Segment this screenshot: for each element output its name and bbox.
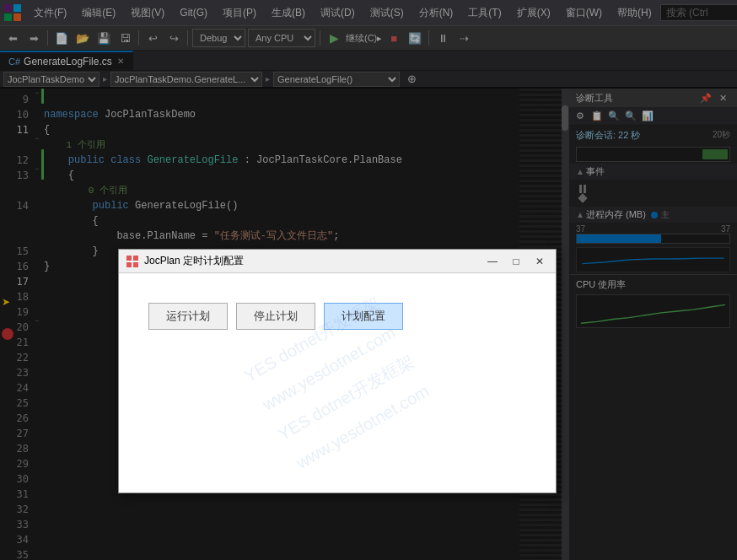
svg-rect-5 bbox=[133, 256, 138, 261]
modal-maximize-button[interactable]: □ bbox=[507, 253, 525, 270]
svg-rect-4 bbox=[126, 256, 132, 261]
modal-title-text: JocPlan 定时计划配置 bbox=[144, 254, 478, 268]
modal-titlebar: JocPlan 定时计划配置 — □ ✕ bbox=[119, 250, 556, 273]
modal-action-buttons: 运行计划 停止计划 计划配置 bbox=[136, 290, 539, 342]
svg-rect-7 bbox=[133, 262, 138, 267]
modal-overlay: JocPlan 定时计划配置 — □ ✕ 运行计划 停止计划 计划配置 YES … bbox=[0, 0, 737, 560]
svg-rect-6 bbox=[126, 262, 132, 267]
modal-body: 运行计划 停止计划 计划配置 YES dotnet开发框架 www.yesdot… bbox=[119, 273, 556, 493]
modal-title-icon bbox=[126, 255, 139, 268]
run-plan-button[interactable]: 运行计划 bbox=[148, 303, 228, 330]
modal-minimize-button[interactable]: — bbox=[483, 253, 502, 270]
modal-window: JocPlan 定时计划配置 — □ ✕ 运行计划 停止计划 计划配置 YES … bbox=[118, 249, 557, 493]
modal-close-button[interactable]: ✕ bbox=[530, 253, 549, 270]
stop-plan-button[interactable]: 停止计划 bbox=[236, 303, 315, 330]
config-plan-button[interactable]: 计划配置 bbox=[324, 303, 403, 330]
watermark-line3: YES dotnet开发框架 bbox=[272, 345, 421, 450]
watermark-line4: www.yesdotnet.com bbox=[288, 374, 438, 479]
